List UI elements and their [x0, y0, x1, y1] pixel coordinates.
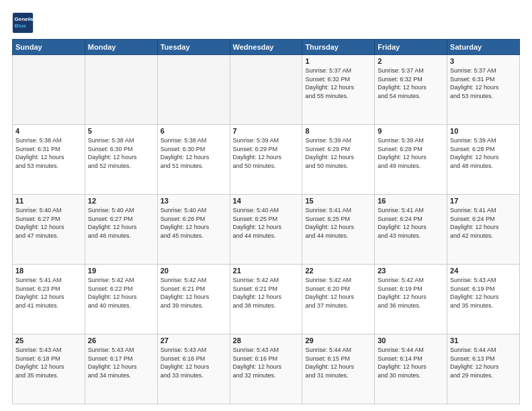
calendar-cell: 16Sunrise: 5:41 AM Sunset: 6:24 PM Dayli…: [375, 195, 447, 265]
day-info: Sunrise: 5:38 AM Sunset: 6:30 PM Dayligh…: [88, 136, 154, 170]
calendar-cell: 19Sunrise: 5:42 AM Sunset: 6:22 PM Dayli…: [85, 265, 157, 334]
weekday-header-tuesday: Tuesday: [157, 40, 230, 55]
day-number: 25: [15, 336, 82, 345]
day-info: Sunrise: 5:39 AM Sunset: 6:29 PM Dayligh…: [233, 136, 300, 170]
day-number: 9: [378, 127, 444, 135]
day-info: Sunrise: 5:40 AM Sunset: 6:27 PM Dayligh…: [15, 206, 82, 240]
day-info: Sunrise: 5:42 AM Sunset: 6:21 PM Dayligh…: [161, 276, 227, 310]
day-number: 21: [233, 267, 300, 275]
calendar-body: 1Sunrise: 5:37 AM Sunset: 6:32 PM Daylig…: [13, 55, 520, 404]
day-info: Sunrise: 5:39 AM Sunset: 6:28 PM Dayligh…: [450, 136, 517, 170]
logo: General Blue: [12, 12, 34, 34]
day-info: Sunrise: 5:37 AM Sunset: 6:31 PM Dayligh…: [450, 66, 517, 100]
calendar-cell: [13, 55, 85, 125]
calendar-cell: 5Sunrise: 5:38 AM Sunset: 6:30 PM Daylig…: [85, 125, 157, 195]
day-info: Sunrise: 5:38 AM Sunset: 6:30 PM Dayligh…: [161, 136, 227, 170]
weekday-header-sunday: Sunday: [13, 40, 85, 55]
day-number: 24: [450, 267, 517, 275]
weekday-header-row: SundayMondayTuesdayWednesdayThursdayFrid…: [13, 40, 520, 55]
day-info: Sunrise: 5:44 AM Sunset: 6:15 PM Dayligh…: [305, 346, 371, 379]
calendar-cell: 12Sunrise: 5:40 AM Sunset: 6:27 PM Dayli…: [85, 195, 157, 265]
day-info: Sunrise: 5:42 AM Sunset: 6:19 PM Dayligh…: [378, 276, 444, 310]
day-number: 20: [161, 267, 227, 275]
calendar-cell: 23Sunrise: 5:42 AM Sunset: 6:19 PM Dayli…: [375, 265, 447, 334]
day-info: Sunrise: 5:37 AM Sunset: 6:32 PM Dayligh…: [378, 66, 444, 100]
calendar-cell: [230, 55, 302, 125]
logo-icon: General Blue: [12, 12, 34, 34]
calendar-cell: 24Sunrise: 5:43 AM Sunset: 6:19 PM Dayli…: [447, 265, 520, 334]
week-row-5: 25Sunrise: 5:43 AM Sunset: 6:18 PM Dayli…: [13, 334, 520, 404]
day-number: 1: [305, 57, 371, 65]
calendar-cell: 3Sunrise: 5:37 AM Sunset: 6:31 PM Daylig…: [447, 55, 520, 125]
day-number: 29: [305, 336, 371, 345]
calendar-cell: 21Sunrise: 5:42 AM Sunset: 6:21 PM Dayli…: [230, 265, 302, 334]
calendar-cell: 9Sunrise: 5:39 AM Sunset: 6:28 PM Daylig…: [375, 125, 447, 195]
day-info: Sunrise: 5:41 AM Sunset: 6:25 PM Dayligh…: [305, 206, 371, 240]
calendar-cell: 15Sunrise: 5:41 AM Sunset: 6:25 PM Dayli…: [302, 195, 375, 265]
day-info: Sunrise: 5:41 AM Sunset: 6:23 PM Dayligh…: [15, 276, 82, 310]
page: General Blue SundayMondayTuesdayWednesda…: [0, 0, 532, 411]
day-info: Sunrise: 5:43 AM Sunset: 6:16 PM Dayligh…: [233, 346, 300, 379]
calendar-cell: 20Sunrise: 5:42 AM Sunset: 6:21 PM Dayli…: [157, 265, 230, 334]
day-number: 12: [88, 197, 154, 205]
calendar-cell: 13Sunrise: 5:40 AM Sunset: 6:26 PM Dayli…: [157, 195, 230, 265]
calendar-cell: 18Sunrise: 5:41 AM Sunset: 6:23 PM Dayli…: [13, 265, 85, 334]
day-info: Sunrise: 5:41 AM Sunset: 6:24 PM Dayligh…: [378, 206, 444, 240]
calendar-cell: 26Sunrise: 5:43 AM Sunset: 6:17 PM Dayli…: [85, 334, 157, 404]
day-info: Sunrise: 5:43 AM Sunset: 6:19 PM Dayligh…: [450, 276, 517, 310]
day-info: Sunrise: 5:40 AM Sunset: 6:26 PM Dayligh…: [161, 206, 227, 240]
calendar-cell: [85, 55, 157, 125]
calendar-cell: 4Sunrise: 5:38 AM Sunset: 6:31 PM Daylig…: [13, 125, 85, 195]
day-number: 17: [450, 197, 517, 205]
day-info: Sunrise: 5:39 AM Sunset: 6:29 PM Dayligh…: [305, 136, 371, 170]
weekday-header-saturday: Saturday: [447, 40, 520, 55]
calendar-cell: 10Sunrise: 5:39 AM Sunset: 6:28 PM Dayli…: [447, 125, 520, 195]
day-number: 10: [450, 127, 517, 135]
day-number: 3: [450, 57, 517, 65]
day-number: 11: [15, 197, 82, 205]
calendar-cell: 25Sunrise: 5:43 AM Sunset: 6:18 PM Dayli…: [13, 334, 85, 404]
calendar-cell: 7Sunrise: 5:39 AM Sunset: 6:29 PM Daylig…: [230, 125, 302, 195]
calendar-cell: 30Sunrise: 5:44 AM Sunset: 6:14 PM Dayli…: [375, 334, 447, 404]
day-info: Sunrise: 5:42 AM Sunset: 6:21 PM Dayligh…: [233, 276, 300, 310]
day-info: Sunrise: 5:40 AM Sunset: 6:27 PM Dayligh…: [88, 206, 154, 240]
calendar-cell: 22Sunrise: 5:42 AM Sunset: 6:20 PM Dayli…: [302, 265, 375, 334]
day-number: 22: [305, 267, 371, 275]
day-number: 26: [88, 336, 154, 345]
week-row-1: 1Sunrise: 5:37 AM Sunset: 6:32 PM Daylig…: [13, 55, 520, 125]
day-info: Sunrise: 5:43 AM Sunset: 6:18 PM Dayligh…: [15, 346, 82, 379]
calendar-cell: 11Sunrise: 5:40 AM Sunset: 6:27 PM Dayli…: [13, 195, 85, 265]
day-number: 19: [88, 267, 154, 275]
day-number: 31: [450, 336, 517, 345]
calendar-cell: 6Sunrise: 5:38 AM Sunset: 6:30 PM Daylig…: [157, 125, 230, 195]
day-info: Sunrise: 5:44 AM Sunset: 6:14 PM Dayligh…: [378, 346, 444, 379]
weekday-header-wednesday: Wednesday: [230, 40, 302, 55]
day-number: 14: [233, 197, 300, 205]
calendar-cell: 27Sunrise: 5:43 AM Sunset: 6:16 PM Dayli…: [157, 334, 230, 404]
day-info: Sunrise: 5:41 AM Sunset: 6:24 PM Dayligh…: [450, 206, 517, 240]
day-number: 18: [15, 267, 82, 275]
day-info: Sunrise: 5:38 AM Sunset: 6:31 PM Dayligh…: [15, 136, 82, 170]
day-info: Sunrise: 5:43 AM Sunset: 6:16 PM Dayligh…: [161, 346, 227, 379]
day-info: Sunrise: 5:39 AM Sunset: 6:28 PM Dayligh…: [378, 136, 444, 170]
week-row-4: 18Sunrise: 5:41 AM Sunset: 6:23 PM Dayli…: [13, 265, 520, 334]
weekday-header-monday: Monday: [85, 40, 157, 55]
calendar-cell: 2Sunrise: 5:37 AM Sunset: 6:32 PM Daylig…: [375, 55, 447, 125]
calendar-cell: 31Sunrise: 5:44 AM Sunset: 6:13 PM Dayli…: [447, 334, 520, 404]
calendar-cell: 29Sunrise: 5:44 AM Sunset: 6:15 PM Dayli…: [302, 334, 375, 404]
day-number: 7: [233, 127, 300, 135]
week-row-3: 11Sunrise: 5:40 AM Sunset: 6:27 PM Dayli…: [13, 195, 520, 265]
day-info: Sunrise: 5:44 AM Sunset: 6:13 PM Dayligh…: [450, 346, 517, 379]
day-number: 16: [378, 197, 444, 205]
weekday-header-friday: Friday: [375, 40, 447, 55]
week-row-2: 4Sunrise: 5:38 AM Sunset: 6:31 PM Daylig…: [13, 125, 520, 195]
header: General Blue: [12, 12, 520, 34]
day-info: Sunrise: 5:43 AM Sunset: 6:17 PM Dayligh…: [88, 346, 154, 379]
day-number: 2: [378, 57, 444, 65]
day-number: 4: [15, 127, 82, 135]
calendar: SundayMondayTuesdayWednesdayThursdayFrid…: [12, 39, 520, 404]
day-info: Sunrise: 5:37 AM Sunset: 6:32 PM Dayligh…: [305, 66, 371, 100]
weekday-header-thursday: Thursday: [302, 40, 375, 55]
calendar-cell: [157, 55, 230, 125]
calendar-cell: 8Sunrise: 5:39 AM Sunset: 6:29 PM Daylig…: [302, 125, 375, 195]
